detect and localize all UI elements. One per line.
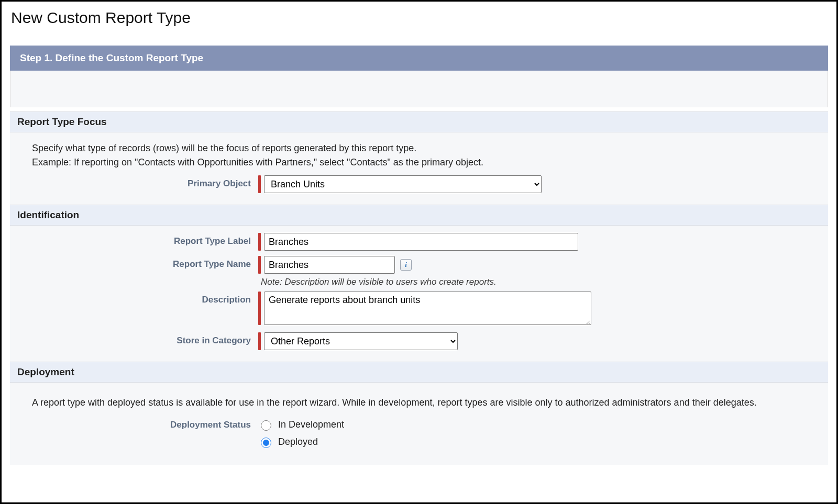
section-body-deployment: A report type with deployed status is av… (10, 383, 828, 465)
deployment-status-option-label: In Development (278, 419, 344, 430)
info-icon[interactable]: i (400, 259, 412, 271)
page-title: New Custom Report Type (11, 9, 828, 27)
deployment-status-option-label: Deployed (278, 436, 318, 447)
description-visibility-note: Note: Description will be visible to use… (261, 277, 821, 287)
required-indicator (258, 332, 261, 350)
required-indicator (258, 256, 261, 274)
deployment-status-radio-in-development[interactable] (261, 420, 271, 431)
deployment-status-radio-deployed[interactable] (261, 438, 271, 448)
required-indicator (258, 292, 261, 325)
section-body-focus: Specify what type of records (rows) will… (10, 132, 828, 205)
deployment-help-text: A report type with deployed status is av… (32, 397, 821, 408)
store-in-category-label: Store in Category (17, 332, 258, 346)
primary-object-select[interactable]: Branch Units (264, 175, 542, 193)
step-header: Step 1. Define the Custom Report Type (10, 46, 828, 71)
toolbar-blank-band (10, 71, 828, 107)
section-body-identification: Report Type Label Report Type Name i Not… (10, 226, 828, 362)
required-indicator (258, 175, 261, 193)
primary-object-label: Primary Object (17, 175, 258, 189)
description-textarea[interactable]: Generate reports about branch units (264, 292, 591, 325)
section-heading-focus: Report Type Focus (10, 111, 828, 132)
report-type-name-input[interactable] (264, 256, 395, 274)
focus-help-line1: Specify what type of records (rows) will… (32, 143, 821, 154)
required-indicator (258, 233, 261, 251)
report-type-label-input[interactable] (264, 233, 578, 251)
focus-help-line2: Example: If reporting on "Contacts with … (32, 157, 821, 168)
report-type-label-label: Report Type Label (17, 233, 258, 247)
description-label: Description (17, 292, 258, 305)
report-type-name-label: Report Type Name (17, 256, 258, 270)
deployment-status-label: Deployment Status (17, 417, 258, 430)
section-heading-deployment: Deployment (10, 362, 828, 383)
store-in-category-select[interactable]: Other Reports (264, 332, 458, 350)
section-heading-identification: Identification (10, 205, 828, 226)
